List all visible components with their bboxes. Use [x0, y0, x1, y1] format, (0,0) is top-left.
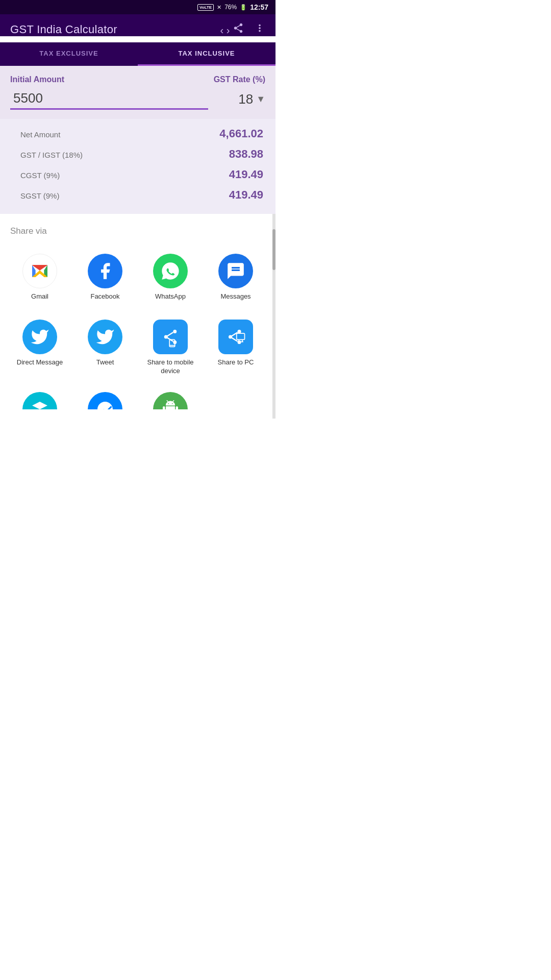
- tab-exclusive[interactable]: TAX EXCLUSIVE: [0, 42, 138, 66]
- clock: 12:57: [250, 3, 268, 11]
- share-app-empty: [204, 388, 267, 413]
- share-app-teal[interactable]: [8, 388, 71, 413]
- tweet-label: Tweet: [96, 358, 114, 367]
- share-to-pc[interactable]: Share to PC: [204, 315, 267, 380]
- android-app-icon: [153, 392, 188, 409]
- gst-igst-label: GST / IGST (18%): [20, 151, 83, 159]
- signal-icon: ✕: [217, 4, 221, 11]
- direct-message-label: Direct Message: [17, 358, 63, 367]
- result-gst-igst: GST / IGST (18%) 838.98: [20, 148, 263, 161]
- cgst-label: CGST (9%): [20, 171, 60, 180]
- share-direct-message[interactable]: Direct Message: [8, 315, 71, 380]
- messages-icon: [218, 254, 253, 288]
- net-amount-value: 4,661.02: [219, 127, 263, 140]
- amount-input[interactable]: [10, 88, 208, 110]
- battery-level: 76%: [224, 4, 237, 11]
- svg-point-2: [173, 330, 177, 333]
- share-grid-row2: Direct Message Tweet: [0, 310, 276, 385]
- gmail-icon: [22, 254, 57, 288]
- share-to-pc-label: Share to PC: [218, 358, 254, 367]
- app-title: GST India Calculator: [10, 23, 117, 36]
- whatsapp-label: WhatsApp: [155, 292, 186, 301]
- svg-point-9: [238, 330, 241, 333]
- rate-selector[interactable]: 18 ▼: [214, 91, 265, 107]
- facebook-icon: [88, 254, 122, 288]
- share-pc-icon: [218, 320, 253, 354]
- share-messages[interactable]: Messages: [204, 250, 267, 305]
- calc-headers: Initial Amount GST Rate (%): [10, 75, 265, 84]
- initial-amount-label: Initial Amount: [10, 75, 64, 84]
- results-area: Net Amount 4,661.02 GST / IGST (18%) 838…: [0, 119, 276, 214]
- svg-line-4: [166, 332, 173, 337]
- volte-icon: VoLTE: [197, 4, 214, 11]
- status-bar: VoLTE ✕ 76% 🔋 12:57: [0, 0, 276, 14]
- share-via-label: Share via: [0, 224, 276, 244]
- share-icon[interactable]: ‹ ›: [220, 22, 244, 36]
- net-amount-label: Net Amount: [20, 130, 60, 139]
- tab-bar: TAX EXCLUSIVE TAX INCLUSIVE: [0, 42, 276, 66]
- header-actions: ‹ ›: [220, 22, 265, 36]
- result-cgst: CGST (9%) 419.49: [20, 168, 263, 181]
- status-icons: VoLTE ✕ 76% 🔋 12:57: [197, 3, 268, 11]
- app-header: GST India Calculator ‹ ›: [0, 14, 276, 36]
- more-options-icon[interactable]: [254, 22, 265, 36]
- scrollbar-thumb[interactable]: [272, 229, 276, 270]
- dropdown-arrow-icon: ▼: [256, 94, 265, 105]
- gst-rate-label: GST Rate (%): [214, 75, 265, 84]
- share-mobile-icon: [153, 320, 188, 354]
- share-tweet[interactable]: Tweet: [73, 315, 137, 380]
- result-net-amount: Net Amount 4,661.02: [20, 127, 263, 140]
- whatsapp-icon: [153, 254, 188, 288]
- share-app-messenger[interactable]: [73, 388, 137, 413]
- cgst-value: 419.49: [229, 168, 263, 181]
- gst-igst-value: 838.98: [229, 148, 263, 161]
- share-to-mobile-label: Share to mobile device: [141, 358, 200, 376]
- share-whatsapp[interactable]: WhatsApp: [139, 250, 202, 305]
- result-sgst: SGST (9%) 419.49: [20, 188, 263, 202]
- gmail-label: Gmail: [31, 292, 48, 301]
- scrollbar[interactable]: [272, 214, 276, 419]
- sgst-label: SGST (9%): [20, 191, 59, 200]
- svg-rect-13: [237, 333, 245, 339]
- share-to-mobile[interactable]: Share to mobile device: [139, 315, 202, 380]
- tab-inclusive[interactable]: TAX INCLUSIVE: [138, 42, 276, 66]
- share-app-green[interactable]: [139, 388, 202, 413]
- share-grid-row3: [0, 385, 276, 419]
- rate-value: 18: [238, 91, 253, 107]
- battery-icon: 🔋: [240, 4, 247, 11]
- share-gmail[interactable]: Gmail: [8, 250, 71, 305]
- share-facebook[interactable]: Facebook: [73, 250, 137, 305]
- tweet-icon: [88, 320, 122, 354]
- sgst-value: 419.49: [229, 188, 263, 202]
- share-grid-row1: Gmail Facebook WhatsApp: [0, 244, 276, 310]
- direct-message-icon: [22, 320, 57, 354]
- facebook-label: Facebook: [90, 292, 119, 301]
- messages-label: Messages: [220, 292, 251, 301]
- calculator-area: Initial Amount GST Rate (%) 18 ▼: [0, 66, 276, 119]
- messenger-app-icon: [88, 392, 122, 409]
- share-sheet: Share via Gmail: [0, 214, 276, 419]
- teal-app-icon: [22, 392, 57, 409]
- calc-inputs: 18 ▼: [10, 88, 265, 110]
